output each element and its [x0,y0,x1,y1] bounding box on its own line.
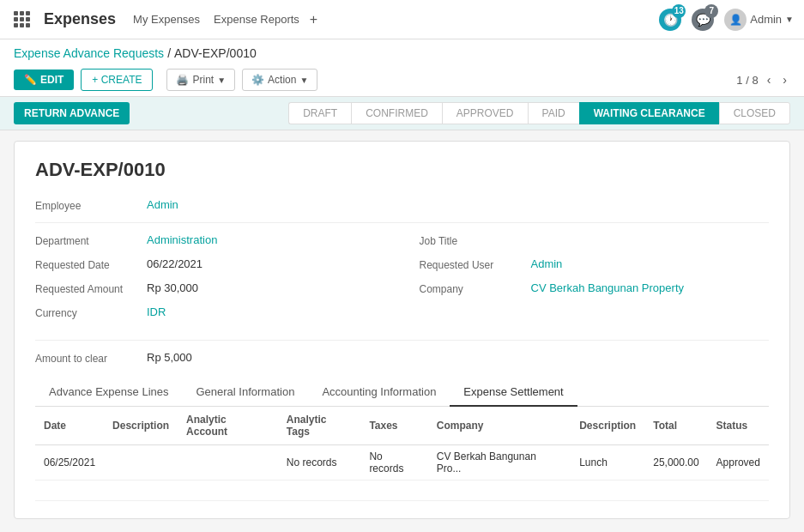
admin-label: Admin [750,13,782,26]
department-value[interactable]: Administration [147,233,217,246]
admin-avatar: 👤 [724,9,747,31]
chat-badge: 7 [704,4,718,18]
requested-user-field-row: Requested User Admin [420,257,770,271]
create-button[interactable]: + CREATE [81,69,153,91]
breadcrumb-bar: Expense Advance Requests / ADV-EXP/0010 [0,39,804,63]
action-chevron-icon: ▼ [299,76,308,85]
add-menu-button[interactable]: + [310,12,317,27]
action-label: Action [268,74,296,86]
step-approved[interactable]: APPROVED [442,102,528,124]
breadcrumb-separator: / [167,46,171,60]
step-draft[interactable]: DRAFT [288,102,351,124]
top-navigation: Expenses My Expenses Expense Reports + 🕐… [0,0,804,39]
department-field-row: Department Administration [35,233,385,247]
tab-general-information[interactable]: General Information [182,378,308,407]
requested-amount-label: Requested Amount [35,281,147,295]
next-record-button[interactable]: › [779,71,790,88]
amount-to-clear-label: Amount to clear [35,351,147,365]
cell-total: 25,000.00 [644,445,707,481]
app-title: Expenses [44,10,116,28]
chat-notification[interactable]: 💬 7 [692,9,714,31]
currency-field-row: Currency IDR [35,305,385,319]
nav-icons: 🕐 13 💬 7 👤 Admin ▼ [659,9,794,31]
tab-accounting-information[interactable]: Accounting Information [308,378,450,407]
form-right: Job Title Requested User Admin Company C… [420,233,770,329]
company-value[interactable]: CV Berkah Bangunan Property [531,281,685,294]
requested-amount-value: Rp 30,000 [147,281,198,294]
admin-menu[interactable]: 👤 Admin ▼ [724,9,794,31]
cell-taxes: No records [360,445,427,481]
step-closed[interactable]: CLOSED [719,102,790,124]
col-analytic-tags: Analytic Tags [278,407,361,445]
step-paid[interactable]: PAID [528,102,579,124]
col-date: Date [35,407,104,445]
status-bar: RETURN ADVANCE DRAFT CONFIRMED APPROVED … [0,97,804,130]
cell-desc2: Lunch [571,445,644,481]
col-description: Description [104,407,178,445]
action-icon: ⚙️ [251,74,264,86]
company-field-row: Company CV Berkah Bangunan Property [420,281,770,295]
form-card: ADV-EXP/0010 Employee Admin Department A… [14,141,790,519]
col-taxes: Taxes [360,407,427,445]
employee-value[interactable]: Admin [147,198,178,211]
app-grid-icon[interactable] [10,8,33,31]
col-company: Company [428,407,571,445]
form-grid: Department Administration Requested Date… [35,233,769,329]
edit-label: EDIT [40,74,63,86]
edit-button[interactable]: ✏️ EDIT [14,70,74,90]
breadcrumb: Expense Advance Requests / ADV-EXP/0010 [14,46,790,60]
department-label: Department [35,233,147,247]
expense-settlement-table: Date Description Analytic Account Analyt… [35,407,769,501]
tab-expense-settlement[interactable]: Expense Settlement [450,378,577,407]
tab-advance-expense-lines[interactable]: Advance Expense Lines [35,378,182,407]
record-id: ADV-EXP/0010 [35,159,769,181]
col-desc2: Description [571,407,644,445]
step-confirmed[interactable]: CONFIRMED [351,102,442,124]
step-waiting-clearance[interactable]: WAITING CLEARANCE [579,102,719,124]
return-advance-button[interactable]: RETURN ADVANCE [14,102,130,124]
employee-field-row: Employee Admin [35,198,769,212]
print-label: Print [192,74,214,86]
edit-icon: ✏️ [24,74,37,86]
print-button[interactable]: 🖨️ Print ▼ [166,69,235,91]
divider-1 [35,222,769,223]
col-analytic-account: Analytic Account [178,407,278,445]
requested-user-label: Requested User [420,257,531,271]
currency-label: Currency [35,305,147,319]
action-bar: ✏️ EDIT + CREATE 🖨️ Print ▼ ⚙️ Action ▼ … [0,63,804,97]
requested-date-label: Requested Date [35,257,147,271]
cell-analytic-account [178,445,278,481]
table: Date Description Analytic Account Analyt… [35,407,769,501]
col-total: Total [644,407,707,445]
nav-my-expenses[interactable]: My Expenses [133,13,200,26]
currency-value[interactable]: IDR [147,305,166,318]
cell-company: CV Berkah Bangunan Pro... [428,445,571,481]
counter-text: 1 / 8 [736,74,758,87]
cell-date: 06/25/2021 [35,445,104,481]
admin-chevron-icon: ▼ [785,15,794,24]
breadcrumb-current: ADV-EXP/0010 [174,46,257,60]
requested-date-field-row: Requested Date 06/22/2021 [35,257,385,271]
prev-record-button[interactable]: ‹ [764,71,775,88]
job-title-field-row: Job Title [420,233,770,247]
requested-date-value: 06/22/2021 [147,257,203,270]
company-label: Company [420,281,531,295]
requested-user-value[interactable]: Admin [531,257,563,270]
nav-expense-reports[interactable]: Expense Reports [214,13,299,26]
action-button[interactable]: ⚙️ Action ▼ [242,69,317,91]
form-left: Department Administration Requested Date… [35,233,385,329]
clock-notification[interactable]: 🕐 13 [659,9,681,31]
table-header-row: Date Description Analytic Account Analyt… [35,407,769,445]
cell-status: Approved [708,445,769,481]
status-steps: DRAFT CONFIRMED APPROVED PAID WAITING CL… [288,102,790,124]
table-empty-row [35,481,769,501]
requested-amount-field-row: Requested Amount Rp 30,000 [35,281,385,295]
employee-label: Employee [35,198,147,212]
breadcrumb-parent[interactable]: Expense Advance Requests [14,46,164,60]
record-counter: 1 / 8 ‹ › [736,71,790,88]
create-label: + CREATE [92,74,142,86]
print-icon: 🖨️ [176,74,189,86]
main-content: ADV-EXP/0010 Employee Admin Department A… [0,130,804,529]
tabs-bar: Advance Expense Lines General Informatio… [35,378,769,407]
table-row[interactable]: 06/25/2021 No records No records CV Berk… [35,445,769,481]
